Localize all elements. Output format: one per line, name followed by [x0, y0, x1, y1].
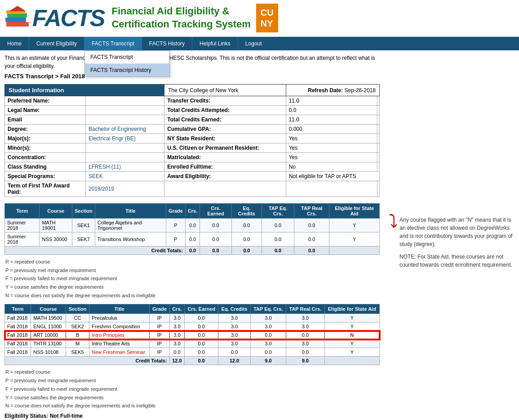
nav-item-current-eligibility[interactable]: Current Eligibility	[29, 37, 84, 50]
summer-totals-row: Credit Totals: 0.0 0.0 0.0 0.0 0.0	[5, 246, 380, 255]
legend2-item-f: F = previously failed to meet mingrade r…	[5, 385, 380, 393]
col-crs: Crs.	[185, 204, 200, 219]
col-term-fall: Term	[5, 304, 31, 314]
totals-eq-credits: 0.0	[231, 246, 262, 255]
college-name: The City College of New York	[168, 87, 238, 94]
eligibility-status-label: Eligibility Status:	[4, 413, 48, 419]
tap-award-value: 2018/2019	[86, 181, 164, 197]
student-info-table: Student Information The City College of …	[4, 84, 380, 197]
preferred-name-label: Preferred Name:	[5, 96, 86, 106]
cell-eq-credits: 0.0	[231, 232, 262, 246]
cell-crs-earned: 0.0	[200, 232, 231, 246]
legend-1: R = repeated course P = previously met m…	[5, 258, 380, 299]
cell-crs: 0.0	[185, 219, 200, 232]
fall-row-1: Fall 2018 MATH 19500 CC Precalculus IP 3…	[5, 314, 380, 322]
email-value	[86, 115, 164, 125]
refresh-date-value: Sep-26-2018	[345, 87, 376, 94]
fall-row-5: Fall 2018 NSS 10108 SEK5 New Freshman Se…	[5, 348, 380, 357]
totals-crs: 0.0	[185, 246, 200, 255]
legend2-item-y: Y = course satisfies the degree requirem…	[5, 393, 380, 402]
cell-course: MATH 19001	[40, 219, 72, 232]
col-crs-earned: Crs. Earned	[200, 204, 231, 219]
fall-row-2: Fall 2018 ENGL 11000 SEK2 Freshmn Compos…	[5, 322, 380, 331]
side-note-para1: Any course flagged with an "N" means tha…	[399, 216, 515, 248]
header-title-text: Financial Aid Eligibility & Certificatio…	[111, 5, 250, 31]
total-credits-earned-value: 11.0	[286, 115, 377, 125]
notice-text: This is an estimate of your Financial Ai…	[4, 54, 380, 70]
facts-transcript-dropdown: FACTS Transcript FACTS Transcript Histor…	[84, 50, 170, 77]
svg-rect-0	[6, 22, 29, 27]
fall-row-4: Fall 2018 THTR 13100 M Intro Theatre Art…	[5, 340, 380, 348]
cell-eligible: Y	[329, 232, 380, 246]
col-title: Title	[95, 204, 166, 219]
class-standing-label: Class Standing	[5, 162, 86, 172]
logo-facts-text: FACTS	[32, 4, 104, 31]
degree-value: Bachelor of Engineering	[86, 125, 164, 134]
svg-rect-1	[5, 18, 26, 22]
cell-title: Transitions Workshop	[95, 232, 166, 246]
cell-grade: P	[166, 219, 186, 232]
legal-name-value	[86, 106, 164, 115]
special-programs-label: Special Programs:	[5, 172, 86, 181]
total-credits-attempted-value: 0.0	[286, 106, 377, 115]
concentration-label: Concentration:	[5, 153, 86, 162]
dropdown-item-facts-transcript-history[interactable]: FACTS Transcript History	[85, 64, 169, 76]
cell-eq-credits: 0.0	[231, 219, 262, 232]
nav-item-logout[interactable]: Logout	[238, 37, 269, 50]
cell-term: Summer 2018	[5, 219, 40, 232]
minors-label: Minor(s):	[5, 143, 86, 153]
eligibility-status-value: Not Full-time	[50, 413, 83, 419]
main-content: This is an estimate of your Financial Ai…	[4, 54, 380, 420]
cell-tap-eq: 0.0	[262, 219, 294, 232]
cell-course: NSS 30000	[40, 232, 72, 246]
total-credits-attempted-label: Total Credits Attempted:	[164, 106, 286, 115]
enrolled-fulltime-value: No	[286, 162, 377, 172]
eligibility-status: Eligibility Status: Not Full-time	[4, 413, 380, 419]
cell-tap-real: 0.0	[294, 232, 329, 246]
header: FACTS Financial Aid Eligibility & Certif…	[0, 0, 519, 37]
nav-item-facts-history[interactable]: FACTS History	[142, 37, 192, 50]
breadcrumb: FACTS Transcript > Fall 2018	[4, 73, 380, 80]
totals-tap-real: 0.0	[294, 246, 329, 255]
nav-item-home[interactable]: Home	[0, 37, 29, 50]
col-course-fall: Course	[31, 304, 66, 314]
totals-tap-eq: 0.0	[262, 246, 294, 255]
cell-eligible: Y	[329, 219, 380, 232]
cell-term: Summer 2018	[5, 232, 40, 246]
col-tap-eq: TAP Eq. Crs.	[262, 204, 294, 219]
summer-row-2: Summer 2018 NSS 30000 SEK7 Transitions W…	[5, 232, 380, 246]
cell-title: College Algebra and Trigonomet	[95, 219, 166, 232]
cell-crs-earned: 0.0	[200, 219, 231, 232]
legend2-item-n: N = course does not satisfy the degree r…	[5, 402, 380, 410]
header-title-block: Financial Aid Eligibility & Certificatio…	[111, 4, 278, 32]
cumulative-gpa-label: Cumulative GPA:	[164, 125, 286, 134]
col-tap-real-fall: TAP Real Crs.	[286, 304, 325, 314]
col-eligible-fall: Eligible for State Aid	[324, 304, 379, 314]
fall-row-3-highlighted: Fall 2018 ART 10000 B Intro Principles I…	[5, 331, 380, 340]
minors-value	[86, 143, 164, 153]
award-eligibility-label: Award Eligibility:	[164, 172, 286, 181]
header-title-line1: Financial Aid Eligibility &	[111, 5, 250, 18]
us-citizen-value: Yes	[286, 143, 377, 153]
refresh-date-label: Refresh Date:	[308, 87, 343, 94]
navigation: Home Current Eligibility FACTS Transcrip…	[0, 37, 519, 50]
legend-2: R = repeated course P = previously met m…	[5, 368, 380, 410]
tap-award-label: Term of First TAP Award Paid:	[5, 181, 86, 197]
col-crs-fall: Crs.	[169, 304, 185, 314]
legend2-item-p: P = previously met mingrade requirement	[5, 376, 380, 385]
col-crs-earned-fall: Crs. Earned	[185, 304, 218, 314]
special-programs-value: SEEK	[86, 172, 164, 181]
dropdown-item-facts-transcript[interactable]: FACTS Transcript	[85, 51, 169, 64]
matriculated-value: Yes	[286, 153, 377, 162]
enrolled-fulltime-label: Enrolled Fulltime:	[164, 162, 286, 172]
nav-item-helpful-links[interactable]: Helpful Links	[192, 37, 238, 50]
legend-item-p: P = previously met mingrade requirement	[5, 266, 380, 275]
ny-state-label: NY State Resident:	[164, 134, 286, 143]
fall-totals-row: Credit Totals: 12.0 0.0 12.0 9.0 9.0	[5, 357, 380, 365]
cell-tap-real: 0.0	[294, 219, 329, 232]
logo-area: FACTS	[4, 4, 104, 31]
nav-item-facts-transcript[interactable]: FACTS Transcript FACTS Transcript FACTS …	[84, 37, 142, 50]
cuny-badge: CUNY	[256, 4, 278, 32]
legend-item-r: R = repeated course	[5, 258, 380, 266]
col-section: Section	[72, 204, 95, 219]
